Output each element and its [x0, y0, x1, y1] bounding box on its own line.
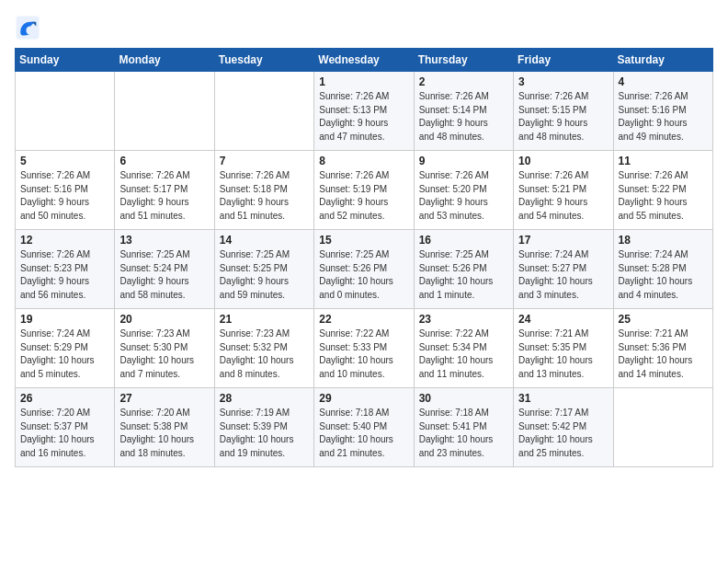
day-info: Sunrise: 7:18 AM Sunset: 5:40 PM Dayligh… [319, 407, 408, 460]
day-info: Sunrise: 7:26 AM Sunset: 5:15 PM Dayligh… [518, 90, 608, 144]
calendar-cell: 1Sunrise: 7:26 AM Sunset: 5:13 PM Daylig… [314, 72, 414, 151]
day-info: Sunrise: 7:26 AM Sunset: 5:20 PM Dayligh… [419, 169, 508, 223]
day-number: 5 [20, 155, 109, 167]
weekday-header-friday: Friday [514, 49, 613, 72]
day-info: Sunrise: 7:26 AM Sunset: 5:14 PM Dayligh… [419, 90, 508, 144]
calendar-cell: 17Sunrise: 7:24 AM Sunset: 5:27 PM Dayli… [514, 230, 613, 309]
day-number: 2 [419, 75, 508, 88]
day-number: 19 [20, 313, 109, 326]
calendar-cell: 4Sunrise: 7:26 AM Sunset: 5:16 PM Daylig… [613, 72, 712, 151]
weekday-header-monday: Monday [115, 49, 214, 72]
calendar-cell [115, 72, 214, 151]
day-info: Sunrise: 7:20 AM Sunset: 5:37 PM Dayligh… [20, 407, 109, 460]
day-info: Sunrise: 7:25 AM Sunset: 5:24 PM Dayligh… [119, 248, 209, 302]
calendar-week-3: 12Sunrise: 7:26 AM Sunset: 5:23 PM Dayli… [16, 230, 713, 309]
day-number: 31 [518, 392, 608, 405]
day-number: 4 [619, 75, 708, 88]
day-number: 11 [619, 155, 708, 167]
calendar-cell: 10Sunrise: 7:26 AM Sunset: 5:21 PM Dayli… [514, 151, 613, 230]
calendar-week-2: 5Sunrise: 7:26 AM Sunset: 5:16 PM Daylig… [16, 151, 713, 230]
day-info: Sunrise: 7:23 AM Sunset: 5:32 PM Dayligh… [220, 327, 309, 381]
day-info: Sunrise: 7:26 AM Sunset: 5:13 PM Dayligh… [319, 90, 408, 144]
day-info: Sunrise: 7:21 AM Sunset: 5:35 PM Dayligh… [518, 327, 608, 381]
day-info: Sunrise: 7:20 AM Sunset: 5:38 PM Dayligh… [119, 407, 209, 460]
day-info: Sunrise: 7:17 AM Sunset: 5:42 PM Dayligh… [518, 407, 608, 460]
calendar-week-4: 19Sunrise: 7:24 AM Sunset: 5:29 PM Dayli… [16, 309, 713, 388]
day-info: Sunrise: 7:26 AM Sunset: 5:16 PM Dayligh… [20, 169, 109, 223]
day-number: 30 [419, 392, 508, 405]
day-info: Sunrise: 7:25 AM Sunset: 5:26 PM Dayligh… [419, 248, 508, 302]
calendar-cell: 27Sunrise: 7:20 AM Sunset: 5:38 PM Dayli… [115, 388, 214, 467]
calendar-cell: 15Sunrise: 7:25 AM Sunset: 5:26 PM Dayli… [314, 230, 414, 309]
day-info: Sunrise: 7:26 AM Sunset: 5:17 PM Dayligh… [119, 169, 209, 223]
day-info: Sunrise: 7:19 AM Sunset: 5:39 PM Dayligh… [220, 407, 309, 460]
calendar-cell: 25Sunrise: 7:21 AM Sunset: 5:36 PM Dayli… [613, 309, 712, 388]
day-number: 23 [419, 313, 508, 326]
calendar-cell [16, 72, 115, 151]
calendar-cell: 20Sunrise: 7:23 AM Sunset: 5:30 PM Dayli… [115, 309, 214, 388]
day-info: Sunrise: 7:26 AM Sunset: 5:21 PM Dayligh… [518, 169, 608, 223]
day-number: 25 [619, 313, 708, 326]
day-info: Sunrise: 7:22 AM Sunset: 5:33 PM Dayligh… [319, 327, 408, 381]
calendar-cell: 5Sunrise: 7:26 AM Sunset: 5:16 PM Daylig… [16, 151, 115, 230]
calendar-cell: 11Sunrise: 7:26 AM Sunset: 5:22 PM Dayli… [613, 151, 712, 230]
day-info: Sunrise: 7:24 AM Sunset: 5:29 PM Dayligh… [20, 327, 109, 381]
day-number: 24 [518, 313, 608, 326]
calendar-cell: 8Sunrise: 7:26 AM Sunset: 5:19 PM Daylig… [314, 151, 414, 230]
day-info: Sunrise: 7:25 AM Sunset: 5:25 PM Dayligh… [220, 248, 309, 302]
calendar-cell: 9Sunrise: 7:26 AM Sunset: 5:20 PM Daylig… [414, 151, 513, 230]
day-number: 8 [319, 155, 408, 167]
calendar-cell: 13Sunrise: 7:25 AM Sunset: 5:24 PM Dayli… [115, 230, 214, 309]
calendar-week-5: 26Sunrise: 7:20 AM Sunset: 5:37 PM Dayli… [16, 388, 713, 467]
day-info: Sunrise: 7:21 AM Sunset: 5:36 PM Dayligh… [619, 327, 708, 381]
day-info: Sunrise: 7:24 AM Sunset: 5:27 PM Dayligh… [518, 248, 608, 302]
day-info: Sunrise: 7:26 AM Sunset: 5:22 PM Dayligh… [619, 169, 708, 223]
day-number: 12 [20, 234, 109, 247]
weekday-header-wednesday: Wednesday [314, 49, 414, 72]
day-number: 18 [619, 234, 708, 247]
day-info: Sunrise: 7:18 AM Sunset: 5:41 PM Dayligh… [419, 407, 508, 460]
day-number: 20 [119, 313, 209, 326]
svg-rect-0 [17, 17, 40, 40]
calendar-cell: 31Sunrise: 7:17 AM Sunset: 5:42 PM Dayli… [514, 388, 613, 467]
day-number: 16 [419, 234, 508, 247]
calendar-cell: 22Sunrise: 7:22 AM Sunset: 5:33 PM Dayli… [314, 309, 414, 388]
calendar-cell: 16Sunrise: 7:25 AM Sunset: 5:26 PM Dayli… [414, 230, 513, 309]
weekday-header-row: SundayMondayTuesdayWednesdayThursdayFrid… [16, 49, 713, 72]
day-number: 3 [518, 75, 608, 88]
day-number: 29 [319, 392, 408, 405]
logo [15, 15, 44, 40]
calendar-cell: 18Sunrise: 7:24 AM Sunset: 5:28 PM Dayli… [613, 230, 712, 309]
calendar-cell: 6Sunrise: 7:26 AM Sunset: 5:17 PM Daylig… [115, 151, 214, 230]
day-number: 7 [220, 155, 309, 167]
calendar-cell: 19Sunrise: 7:24 AM Sunset: 5:29 PM Dayli… [16, 309, 115, 388]
day-info: Sunrise: 7:24 AM Sunset: 5:28 PM Dayligh… [619, 248, 708, 302]
calendar-cell: 3Sunrise: 7:26 AM Sunset: 5:15 PM Daylig… [514, 72, 613, 151]
day-number: 17 [518, 234, 608, 247]
calendar-cell: 26Sunrise: 7:20 AM Sunset: 5:37 PM Dayli… [16, 388, 115, 467]
calendar-cell: 21Sunrise: 7:23 AM Sunset: 5:32 PM Dayli… [214, 309, 313, 388]
calendar-cell: 24Sunrise: 7:21 AM Sunset: 5:35 PM Dayli… [514, 309, 613, 388]
day-number: 10 [518, 155, 608, 167]
day-info: Sunrise: 7:22 AM Sunset: 5:34 PM Dayligh… [419, 327, 508, 381]
calendar-cell: 14Sunrise: 7:25 AM Sunset: 5:25 PM Dayli… [214, 230, 313, 309]
page-header [15, 15, 713, 40]
day-number: 28 [220, 392, 309, 405]
day-number: 1 [319, 75, 408, 88]
calendar-cell: 2Sunrise: 7:26 AM Sunset: 5:14 PM Daylig… [414, 72, 513, 151]
day-number: 22 [319, 313, 408, 326]
calendar-table: SundayMondayTuesdayWednesdayThursdayFrid… [15, 48, 713, 467]
day-number: 15 [319, 234, 408, 247]
day-number: 27 [119, 392, 209, 405]
weekday-header-saturday: Saturday [613, 49, 712, 72]
weekday-header-sunday: Sunday [16, 49, 115, 72]
day-number: 9 [419, 155, 508, 167]
day-number: 26 [20, 392, 109, 405]
day-info: Sunrise: 7:25 AM Sunset: 5:26 PM Dayligh… [319, 248, 408, 302]
day-info: Sunrise: 7:23 AM Sunset: 5:30 PM Dayligh… [119, 327, 209, 381]
calendar-cell: 12Sunrise: 7:26 AM Sunset: 5:23 PM Dayli… [16, 230, 115, 309]
calendar-cell [214, 72, 313, 151]
calendar-cell: 23Sunrise: 7:22 AM Sunset: 5:34 PM Dayli… [414, 309, 513, 388]
calendar-week-1: 1Sunrise: 7:26 AM Sunset: 5:13 PM Daylig… [16, 72, 713, 151]
day-number: 21 [220, 313, 309, 326]
